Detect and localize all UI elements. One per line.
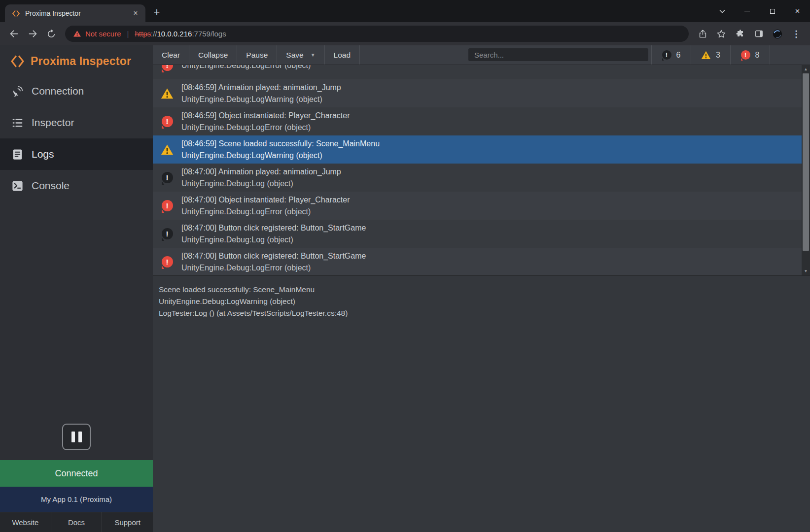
log-entry[interactable]: ! UnityEngine.Debug:LogError (object) (153, 65, 802, 79)
share-icon[interactable] (694, 25, 711, 43)
log-message: [08:47:00] Button click registered: Butt… (181, 250, 802, 262)
chevron-down-icon[interactable] (709, 0, 735, 22)
error-icon: ! (162, 200, 173, 211)
page-content: Proxima Inspector Connection Inspector L… (0, 45, 810, 532)
url-scheme: https (135, 30, 151, 38)
stack-trace-line: LogTester:Log () (at Assets/TestScripts/… (159, 307, 804, 319)
url-host: 10.0.0.216 (157, 30, 192, 38)
log-entry[interactable]: ! [08:47:00] Animation played: animation… (153, 164, 802, 192)
new-tab-button[interactable]: + (149, 5, 164, 20)
profile-avatar-icon[interactable] (769, 25, 786, 43)
scroll-down-icon[interactable]: ▼ (802, 268, 810, 274)
info-icon: ! (662, 50, 671, 60)
pause-button[interactable]: Pause (237, 45, 277, 65)
scrollbar-thumb[interactable] (803, 73, 809, 251)
url-divider: | (127, 30, 129, 38)
browser-tab-strip: Proxima Inspector × + × (0, 0, 810, 22)
not-secure-label: Not secure (85, 30, 121, 38)
log-entry[interactable]: [08:46:59] Animation played: animation_J… (153, 79, 802, 107)
error-count[interactable]: !8 (730, 45, 770, 65)
sidebar-item-logs[interactable]: Logs (0, 138, 153, 170)
sidebar-item-inspector[interactable]: Inspector (0, 107, 153, 138)
sidebar-nav: Connection Inspector Logs Console (0, 75, 153, 201)
sidebar-item-console[interactable]: Console (0, 170, 153, 201)
side-panel-icon[interactable] (750, 25, 768, 43)
error-icon: ! (162, 65, 173, 71)
footer-link-website[interactable]: Website (0, 512, 51, 532)
toolbar-buttons: ClearCollapsePauseSave▼Load (153, 45, 360, 65)
pause-icon (78, 432, 82, 442)
sidebar-item-connection[interactable]: Connection (0, 75, 153, 107)
save-dropdown-caret-icon[interactable]: ▼ (311, 52, 316, 58)
log-message: [08:46:59] Animation played: animation_J… (181, 82, 802, 94)
log-entry[interactable]: ! [08:47:00] Button click registered: Bu… (153, 248, 802, 276)
collapse-button[interactable]: Collapse (189, 45, 237, 65)
stack-trace-line: UnityEngine.Debug:LogWarning (object) (159, 296, 804, 307)
window-controls: × (709, 0, 810, 22)
log-entry[interactable]: [08:46:59] Scene loaded successfully: Sc… (153, 135, 802, 164)
log-document-icon (11, 148, 24, 161)
search-input[interactable] (468, 48, 648, 61)
proxima-favicon-icon (12, 9, 20, 18)
browser-menu-kebab-icon[interactable]: ⋮ (787, 25, 805, 43)
tab-close-icon[interactable]: × (131, 8, 141, 18)
back-button[interactable] (5, 25, 23, 43)
url-separator: :// (151, 30, 157, 38)
logs-panel: ClearCollapsePauseSave▼Load !63!8 ! Unit… (153, 45, 810, 532)
sidebar-footer: WebsiteDocsSupport (0, 512, 153, 532)
forward-button[interactable] (24, 25, 41, 43)
log-message: [08:47:00] Button click registered: Butt… (181, 222, 802, 234)
sidebar-item-label: Console (32, 180, 70, 192)
log-entry[interactable]: ! [08:46:59] Object instantiated: Player… (153, 107, 802, 135)
maximize-button[interactable] (760, 0, 785, 22)
info-icon: ! (162, 228, 173, 239)
sidebar-item-label: Connection (32, 85, 84, 97)
error-count-value: 8 (755, 51, 760, 60)
address-bar[interactable]: Not secure | https://10.0.0.216:7759/log… (65, 26, 689, 42)
logs-toolbar: ClearCollapsePauseSave▼Load !63!8 (153, 45, 810, 65)
clear-button[interactable]: Clear (153, 45, 189, 65)
log-source: UnityEngine.Debug:LogError (object) (181, 262, 802, 274)
minimize-button[interactable] (735, 0, 760, 22)
bookmark-star-icon[interactable] (712, 25, 730, 43)
log-source: UnityEngine.Debug:LogError (object) (181, 122, 802, 133)
extensions-puzzle-icon[interactable] (731, 25, 749, 43)
sidebar-item-label: Inspector (32, 117, 74, 129)
close-button[interactable]: × (785, 0, 810, 22)
app-title: Proxima Inspector (31, 55, 131, 68)
log-entries: ! UnityEngine.Debug:LogError (object) [0… (153, 65, 802, 276)
url-path: :7759/logs (192, 30, 226, 38)
toolbar-end-segment (770, 45, 810, 65)
log-source: UnityEngine.Debug:LogError (object) (181, 65, 802, 71)
log-scrollbar[interactable]: ▲ ▼ (802, 65, 810, 275)
reload-button[interactable] (42, 25, 60, 43)
load-button[interactable]: Load (325, 45, 360, 65)
page-url: https://10.0.0.216:7759/logs (135, 30, 226, 38)
log-entry[interactable]: ! [08:47:00] Button click registered: Bu… (153, 220, 802, 248)
warning-count[interactable]: 3 (691, 45, 730, 65)
pause-stream-button[interactable] (62, 424, 91, 450)
footer-link-support[interactable]: Support (102, 512, 153, 532)
browser-window: Proxima Inspector × + × Not secure (0, 0, 810, 532)
log-message: [08:47:00] Object instantiated: Player_C… (181, 194, 802, 206)
log-list: ! UnityEngine.Debug:LogError (object) [0… (153, 65, 810, 276)
log-message: [08:46:59] Object instantiated: Player_C… (181, 110, 802, 122)
footer-link-docs[interactable]: Docs (51, 512, 103, 532)
log-message: [08:47:00] Animation played: animation_J… (181, 166, 802, 178)
pause-icon (71, 432, 75, 442)
proxima-diamond-icon (10, 54, 25, 69)
warning-icon (701, 50, 711, 60)
not-secure-warning-icon[interactable] (73, 30, 81, 38)
info-icon: ! (162, 172, 173, 183)
log-entry[interactable]: ! [08:47:00] Object instantiated: Player… (153, 192, 802, 220)
save-button[interactable]: Save▼ (277, 45, 324, 65)
browser-tab[interactable]: Proxima Inspector × (5, 4, 145, 22)
stack-trace-line: Scene loaded successfully: Scene_MainMen… (159, 284, 804, 296)
log-source: UnityEngine.Debug:LogWarning (object) (181, 150, 802, 162)
info-count[interactable]: !6 (651, 45, 691, 65)
list-tree-icon (11, 116, 24, 130)
sidebar: Proxima Inspector Connection Inspector L… (0, 45, 153, 532)
scroll-up-icon[interactable]: ▲ (802, 66, 810, 72)
log-source: UnityEngine.Debug:Log (object) (181, 178, 802, 190)
log-source: UnityEngine.Debug:LogWarning (object) (181, 94, 802, 105)
